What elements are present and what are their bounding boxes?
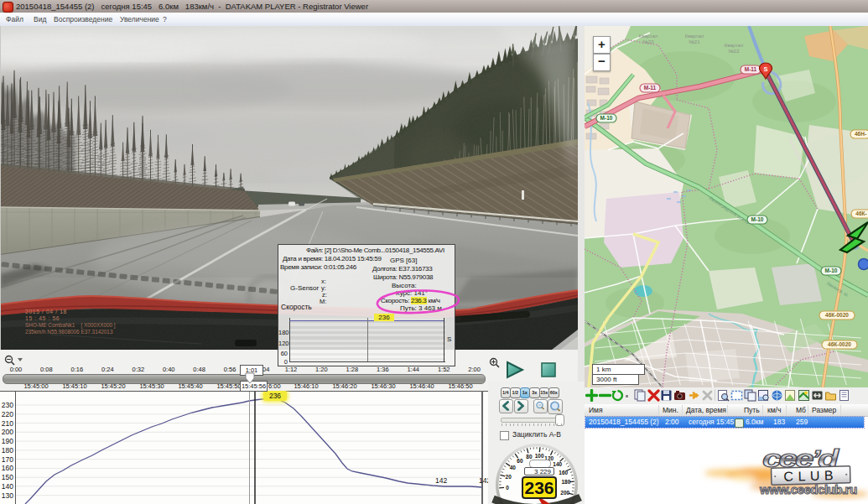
svg-text:2015 / 04 / 18: 2015 / 04 / 18 — [25, 309, 67, 314]
svg-text:www.ceedclub.ru: www.ceedclub.ru — [759, 484, 857, 496]
svg-text:200: 200 — [560, 490, 569, 496]
svg-text:200: 200 — [2, 428, 13, 436]
svg-text:60: 60 — [517, 458, 523, 464]
svg-text:160: 160 — [559, 470, 568, 475]
svg-text:Квартал: Квартал — [639, 34, 658, 39]
svg-text:SHO-ME CombaNk1 [ X000XX000: SHO-ME CombaNk1 [ X000XX000 ] — [25, 322, 116, 329]
svg-text:15 : 45 : 56: 15 : 45 : 56 — [25, 315, 60, 321]
svg-text:150: 150 — [2, 473, 13, 481]
svg-text:Квартал: Квартал — [685, 34, 704, 39]
svg-text:220: 220 — [2, 410, 13, 418]
svg-text:210: 210 — [2, 419, 13, 428]
svg-text:№22: №22 — [728, 49, 740, 54]
svg-text:40: 40 — [510, 465, 517, 470]
svg-text:S: S — [763, 65, 767, 73]
svg-text:№20: №20 — [642, 39, 654, 44]
svg-text:190: 190 — [2, 437, 13, 445]
svg-text:CLUB: CLUB — [783, 468, 838, 484]
svg-text:130: 130 — [2, 491, 13, 500]
svg-text:46К-0020: 46К-0020 — [828, 341, 851, 347]
svg-text:46К-0020: 46К-0020 — [825, 312, 849, 318]
svg-text:170: 170 — [2, 455, 13, 464]
svg-text:46Н-: 46Н- — [855, 131, 866, 137]
svg-text:М-11: М-11 — [745, 66, 757, 72]
svg-text:142: 142 — [435, 476, 447, 485]
svg-text:0: 0 — [506, 485, 509, 491]
svg-text:140: 140 — [2, 482, 13, 491]
svg-text:180: 180 — [561, 479, 570, 485]
svg-text:М-10: М-10 — [600, 115, 613, 121]
svg-text:М-10: М-10 — [751, 216, 764, 222]
svg-text:230: 230 — [2, 401, 13, 409]
svg-text:180: 180 — [2, 446, 13, 455]
svg-text:Квартал: Квартал — [725, 43, 744, 48]
svg-text:М-10: М-10 — [825, 268, 838, 273]
svg-text:46К-: 46К- — [855, 210, 866, 216]
svg-text:20: 20 — [506, 474, 512, 480]
svg-text:№21: №21 — [689, 39, 700, 44]
svg-text:М-11: М-11 — [644, 85, 657, 91]
svg-text:100: 100 — [535, 453, 544, 459]
svg-text:235km/h N55.9808006 E37.314201: 235km/h N55.9808006 E37.3142013 — [25, 329, 113, 335]
svg-text:140: 140 — [553, 461, 562, 467]
svg-text:80: 80 — [526, 454, 533, 460]
svg-text:160: 160 — [2, 464, 13, 472]
